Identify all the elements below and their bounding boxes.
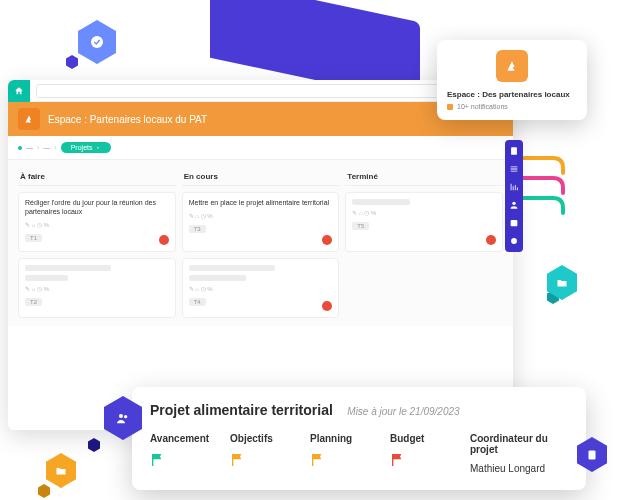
calendar-icon[interactable]: [509, 218, 519, 228]
flag-icon: [150, 452, 166, 468]
alert-icon: [486, 235, 496, 245]
card-meta: ✎ ⌂ ◷ %: [189, 212, 333, 219]
card-tag: T1: [25, 234, 42, 242]
kanban-card[interactable]: ✎ ⌂ ◷ % T4: [182, 258, 340, 318]
card-title: Rédiger l'ordre du jour pour la réunion …: [25, 199, 169, 217]
breadcrumb-item[interactable]: —: [43, 144, 50, 151]
status-col-planning: Planning: [310, 433, 380, 474]
breadcrumb: — › — › Projets: [8, 136, 513, 160]
card-tag: T3: [189, 225, 206, 233]
status-label: Avancement: [150, 433, 220, 444]
notification-card[interactable]: Espace : Des partenaires locaux 10+ noti…: [437, 40, 587, 120]
svg-rect-2: [511, 220, 518, 226]
column-title: À faire: [18, 168, 176, 186]
kanban-board: À faire Rédiger l'ordre du jour pour la …: [8, 160, 513, 326]
kanban-card[interactable]: Rédiger l'ordre du jour pour la réunion …: [18, 192, 176, 252]
flag-icon: [230, 452, 246, 468]
hex-accent: [38, 484, 50, 498]
ghost-line: [352, 199, 409, 205]
workspace-icon: [23, 113, 35, 125]
flag-icon: [310, 452, 326, 468]
card-meta: ✎ ⌂ ◷ %: [189, 285, 333, 292]
card-title: Mettre en place le projet alimentaire te…: [189, 199, 333, 208]
doc-icon: [586, 449, 598, 461]
card-meta: ✎ ⌂ ◷ %: [25, 285, 169, 292]
kanban-column-done: Terminé ✎ ⌂ ◷ % T5: [345, 168, 503, 318]
svg-point-5: [119, 414, 123, 418]
notif-count: 10+ notifications: [457, 103, 508, 110]
alert-icon: [322, 301, 332, 311]
home-button[interactable]: [8, 80, 30, 102]
column-title: En cours: [182, 168, 340, 186]
hex-accent: [88, 438, 100, 452]
kanban-card[interactable]: ✎ ⌂ ◷ % T2: [18, 258, 176, 318]
project-status-row: Avancement Objectifs Planning Budget Coo…: [150, 433, 568, 474]
svg-point-3: [511, 238, 517, 244]
card-tag: T2: [25, 298, 42, 306]
status-label: Budget: [390, 433, 460, 444]
breadcrumb-item[interactable]: —: [26, 144, 33, 151]
notification-avatar: [496, 50, 528, 82]
people-icon[interactable]: [509, 200, 519, 210]
breadcrumb-dot: [18, 146, 22, 150]
chart-icon[interactable]: [509, 182, 519, 192]
project-summary-card: Projet alimentaire territorial Mise à jo…: [132, 387, 586, 490]
alert-icon: [322, 235, 332, 245]
projects-pill[interactable]: Projets: [61, 142, 112, 153]
kanban-column-inprogress: En cours Mettre en place le projet alime…: [182, 168, 340, 318]
status-col-coordinator: Coordinateur du projet Mathieu Longard: [470, 433, 568, 474]
notification-subtitle: 10+ notifications: [447, 103, 577, 110]
notif-color-icon: [447, 104, 453, 110]
card-meta: ✎ ⌂ ◷ %: [25, 221, 169, 228]
status-label: Planning: [310, 433, 380, 444]
folder-icon: [556, 277, 568, 289]
people-icon: [115, 410, 131, 426]
coordinator-name: Mathieu Longard: [470, 463, 568, 474]
hex-badge-folder: [46, 453, 76, 488]
connector-lines: [523, 153, 567, 223]
card-tag: T4: [189, 298, 206, 306]
status-col-objectifs: Objectifs: [230, 433, 300, 474]
status-col-budget: Budget: [390, 433, 460, 474]
flag-icon: [390, 452, 406, 468]
kanban-column-todo: À faire Rédiger l'ordre du jour pour la …: [18, 168, 176, 318]
doc-icon[interactable]: [509, 146, 519, 156]
svg-point-1: [512, 202, 515, 205]
side-rail: [505, 140, 523, 252]
check-circle-icon: [89, 34, 105, 50]
app-window: Espace : Partenaires locaux du PAT — › —…: [8, 80, 513, 430]
notification-title: Espace : Des partenaires locaux: [447, 90, 577, 99]
pill-label: Projets: [71, 144, 93, 151]
settings-icon[interactable]: [509, 236, 519, 246]
home-icon: [14, 86, 24, 96]
ghost-line: [25, 265, 111, 271]
kanban-card[interactable]: Mettre en place le projet alimentaire te…: [182, 192, 340, 252]
carrot-icon: [504, 58, 520, 74]
chevron-right-icon: ›: [37, 144, 39, 151]
status-label: Coordinateur du projet: [470, 433, 568, 455]
workspace-title: Espace : Partenaires locaux du PAT: [48, 114, 207, 125]
kanban-card[interactable]: ✎ ⌂ ◷ % T5: [345, 192, 503, 252]
list-icon[interactable]: [509, 164, 519, 174]
card-tag: T5: [352, 222, 369, 230]
chevron-right-icon: ›: [54, 144, 56, 151]
svg-point-4: [91, 36, 103, 48]
svg-point-6: [124, 415, 127, 418]
hex-accent: [66, 55, 78, 69]
hex-badge-check: [78, 20, 116, 64]
status-label: Objectifs: [230, 433, 300, 444]
svg-rect-7: [589, 450, 596, 459]
workspace-avatar: [18, 108, 40, 130]
ghost-line: [189, 275, 246, 281]
card-meta: ✎ ⌂ ◷ %: [352, 209, 496, 216]
svg-rect-0: [511, 147, 517, 155]
alert-icon: [159, 235, 169, 245]
ghost-line: [189, 265, 275, 271]
project-updated: Mise à jour le 21/09/2023: [347, 406, 459, 417]
chevron-down-icon: [95, 145, 101, 151]
column-title: Terminé: [345, 168, 503, 186]
project-title: Projet alimentaire territorial: [150, 402, 333, 418]
status-col-avancement: Avancement: [150, 433, 220, 474]
ghost-line: [25, 275, 68, 281]
folder-icon: [55, 465, 67, 477]
